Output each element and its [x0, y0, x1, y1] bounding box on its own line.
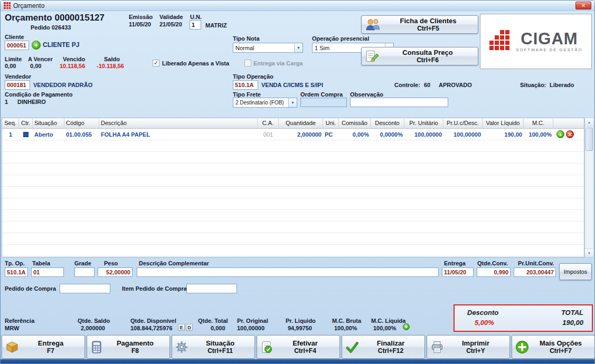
- calculator-icon: [90, 341, 103, 353]
- pr-original-label: Pr. Original: [237, 318, 268, 324]
- cliente-add-button[interactable]: +: [32, 41, 41, 50]
- flag-d-button[interactable]: D: [186, 324, 193, 331]
- tipo-nota-select[interactable]: Normal ▼: [233, 43, 303, 53]
- vencido-value: 10.118,56: [60, 63, 85, 69]
- cell-quantidade: 2,000000: [279, 129, 323, 140]
- tipo-frete-select[interactable]: 2 Destinatario (FOB) ▼: [233, 98, 297, 108]
- cliente-code-input[interactable]: 000051: [5, 41, 29, 50]
- grid-scrollbar[interactable]: ▲ ▼: [584, 118, 594, 257]
- cigam-logo-mark-icon: [489, 30, 513, 53]
- col-valor-liquido[interactable]: Valor Líquido: [483, 118, 524, 128]
- entrega-input[interactable]: 11/05/20: [442, 267, 474, 277]
- qtde-conv-input[interactable]: 0,990: [477, 267, 511, 277]
- grid-empty-row: [2, 187, 584, 198]
- grid-empty-row: [2, 198, 584, 210]
- pagamento-button[interactable]: PagamentoF8: [87, 335, 170, 359]
- col-quantidade[interactable]: Quantidade: [279, 118, 323, 128]
- entrega-label: Entrega: [444, 260, 466, 266]
- condicao-pagamento-label: Condição de Pagamento: [5, 91, 72, 98]
- condicao-pagamento-code: 1: [5, 99, 8, 105]
- situacao-button[interactable]: SituaçãoCtrl+F11: [172, 335, 255, 359]
- scroll-down-button[interactable]: ▼: [585, 248, 593, 257]
- total-label: TOTAL: [561, 309, 583, 317]
- plus-icon: +: [34, 41, 39, 49]
- pr-original-value: 100,00000: [237, 325, 265, 331]
- col-descricao[interactable]: Descrição: [99, 118, 258, 128]
- pedido-compra-input[interactable]: [60, 284, 110, 293]
- col-seq[interactable]: Seq.: [2, 118, 19, 128]
- col-comissao[interactable]: Comissão: [339, 118, 371, 128]
- qtde-saldo-value: 2,000000: [81, 325, 105, 331]
- col-mc[interactable]: M.C.: [524, 118, 553, 128]
- tabela-input[interactable]: 01: [31, 267, 64, 277]
- ficha-clientes-button[interactable]: Ficha de Clientes Ctrl+F5: [361, 15, 478, 34]
- row-add-button[interactable]: +: [556, 130, 564, 138]
- col-codigo[interactable]: Código: [64, 118, 99, 128]
- un-name: MATRIZ: [205, 22, 227, 28]
- scroll-up-button[interactable]: ▲: [585, 118, 593, 127]
- cliente-name: CLIENTE PJ: [43, 42, 79, 48]
- qtde-saldo-label: Qtde. Saldo: [78, 318, 110, 324]
- impostos-button[interactable]: Impostos: [559, 263, 592, 280]
- entrega-button[interactable]: EntregaF7: [2, 335, 85, 359]
- efetivar-button[interactable]: EfetivarCtrl+F4: [257, 335, 340, 359]
- saldo-label: Saldo: [104, 56, 120, 62]
- finalizar-button[interactable]: FinalizarCtrl+F12: [342, 335, 425, 359]
- mc-bruta-value: 100,00%: [334, 325, 357, 331]
- validade-value: 21/05/20: [159, 21, 182, 27]
- saldo-value: -10.118,56: [97, 63, 124, 69]
- un-input[interactable]: 1: [190, 20, 201, 30]
- tp-op-label: Tp. Op.: [5, 260, 25, 266]
- plus-icon: +: [559, 129, 562, 140]
- cell-uni: PC: [323, 129, 339, 140]
- mc-liquida-expand-button[interactable]: +: [403, 323, 410, 330]
- entrega-carga-checkbox[interactable]: [244, 60, 251, 66]
- liberado-checkbox[interactable]: ✓: [153, 60, 159, 66]
- grid-row[interactable]: 1 Aberto 01.00.055 FOLHA A4 PAPEL 001 2,…: [2, 129, 584, 140]
- pedido-compra-label: Pedido de Compra: [5, 285, 56, 292]
- col-situacao[interactable]: Situação: [33, 118, 64, 128]
- col-desconto[interactable]: Desconto: [371, 118, 404, 128]
- col-ctr[interactable]: Ctr.: [19, 118, 33, 128]
- situacao-label: Situação:: [520, 82, 546, 88]
- vendedor-code-input[interactable]: 000181: [5, 80, 30, 90]
- item-pedido-compra-input[interactable]: [186, 284, 237, 293]
- vendedor-name: VENDEDOR PADRÃO: [33, 82, 92, 88]
- mais-opcoes-button[interactable]: Mais OpçõesCtrl+F7: [512, 335, 595, 359]
- condicao-pagamento-name: DINHEIRO: [17, 99, 46, 105]
- imprimir-button[interactable]: ImprimirCtrl+Y: [427, 335, 510, 359]
- ordem-compra-input[interactable]: [300, 98, 347, 107]
- observacao-label: Observação: [350, 91, 383, 98]
- observacao-input[interactable]: [350, 98, 448, 107]
- a-vencer-label: A Vencer: [28, 56, 53, 62]
- tp-op-input[interactable]: 510.1A: [5, 267, 28, 277]
- descricao-complementar-input[interactable]: [137, 267, 439, 277]
- flag-e-button[interactable]: E: [178, 324, 185, 331]
- tipo-operacao-code-input[interactable]: 510.1A: [233, 80, 258, 90]
- consulta-preco-button[interactable]: Consulta Preço Ctrl+F6: [361, 47, 478, 65]
- controle-status: APROVADO: [439, 82, 472, 88]
- un-label: U.N.: [190, 14, 202, 20]
- grid-empty-row: [2, 152, 584, 164]
- col-uni[interactable]: Uni.: [323, 118, 339, 128]
- cell-seq: 1: [2, 129, 19, 140]
- cell-desconto: 0,0000%: [371, 129, 404, 140]
- pr-liquido-value: 94,99750: [288, 325, 312, 331]
- ordem-compra-label: Ordem Compra: [300, 91, 343, 98]
- grid-empty-row: [2, 245, 584, 256]
- validade-label: Validade: [159, 14, 183, 20]
- grade-input[interactable]: [74, 267, 95, 277]
- grid-empty-row: [2, 175, 584, 187]
- close-button[interactable]: ✕: [575, 2, 591, 9]
- peso-input[interactable]: 52,00000: [98, 267, 133, 277]
- col-pr-unitario[interactable]: Pr. Unitário: [404, 118, 443, 128]
- col-ca[interactable]: C.A.: [258, 118, 279, 128]
- pr-unit-conv-input[interactable]: 203,00447: [514, 267, 556, 277]
- scroll-thumb[interactable]: [585, 128, 593, 151]
- situacao-value: Liberado: [550, 82, 574, 88]
- qtde-disponivel-value: 108.844,725976: [130, 325, 173, 331]
- row-delete-button[interactable]: ✕: [566, 130, 574, 138]
- entrega-carga-checkbox-label: Entrega via Carga: [253, 60, 303, 66]
- bottom-strip: [1, 359, 594, 364]
- col-pr-uc-desc[interactable]: Pr.U.c/Desc.: [443, 118, 483, 128]
